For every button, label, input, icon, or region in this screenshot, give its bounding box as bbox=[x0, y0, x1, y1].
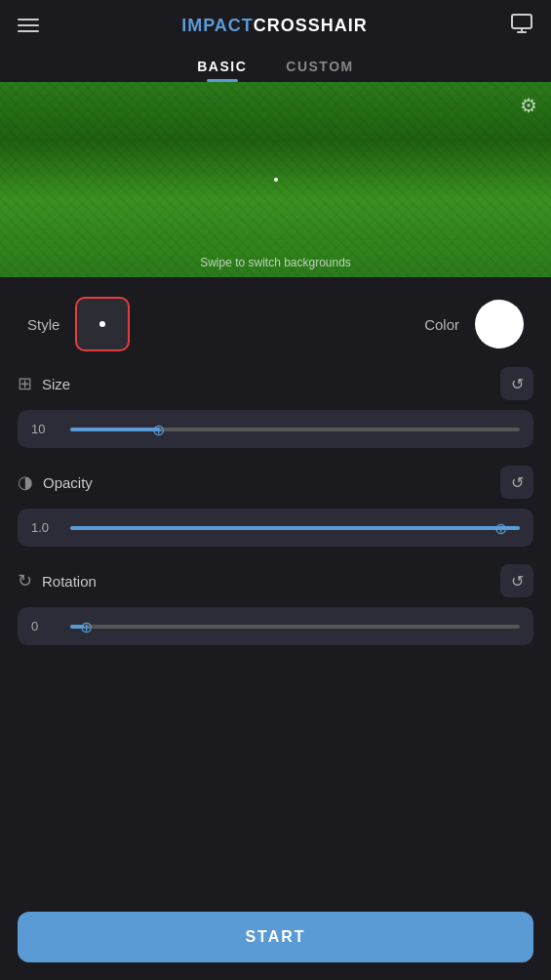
color-picker[interactable] bbox=[475, 300, 524, 348]
rotation-title-row: ↻ Rotation bbox=[18, 570, 97, 592]
rotation-reset-button[interactable]: ↺ bbox=[500, 564, 533, 597]
tab-custom[interactable]: CUSTOM bbox=[286, 59, 353, 82]
tab-bar: BASIC CUSTOM bbox=[0, 51, 551, 82]
size-slider-section: ⊞ Size ↺ 10 ⊕ bbox=[18, 367, 533, 448]
crosshair-preview: ⚙ Swipe to switch backgrounds bbox=[0, 82, 551, 277]
app-title: IMPACTCROSSHAIR bbox=[181, 16, 368, 36]
opacity-slider-wrapper: ⊕ bbox=[70, 526, 520, 530]
app-header: IMPACTCROSSHAIR bbox=[0, 0, 551, 51]
rotation-label: Rotation bbox=[42, 573, 97, 590]
rotation-slider-wrapper: ⊕ bbox=[70, 625, 520, 629]
rotation-slider-header: ↻ Rotation ↺ bbox=[18, 564, 533, 597]
style-section: Style bbox=[27, 297, 130, 351]
size-title-row: ⊞ Size bbox=[18, 373, 70, 394]
title-impact: IMPACT bbox=[181, 16, 254, 35]
title-crosshair: CROSSHAIR bbox=[254, 16, 368, 35]
size-value: 10 bbox=[31, 422, 59, 436]
opacity-slider-section: ◑ Opacity ↺ 1.0 ⊕ bbox=[18, 466, 533, 547]
style-label: Style bbox=[27, 316, 59, 333]
rotation-slider-track-container: 0 ⊕ bbox=[18, 607, 533, 645]
size-slider-header: ⊞ Size ↺ bbox=[18, 367, 533, 400]
opacity-title-row: ◑ Opacity bbox=[18, 471, 93, 493]
opacity-slider-header: ◑ Opacity ↺ bbox=[18, 466, 533, 499]
size-icon: ⊞ bbox=[18, 373, 32, 394]
opacity-label: Opacity bbox=[43, 474, 93, 491]
preview-gear-icon[interactable]: ⚙ bbox=[520, 94, 537, 117]
opacity-value: 1.0 bbox=[31, 520, 59, 535]
color-label: Color bbox=[424, 316, 459, 333]
feedback-button[interactable] bbox=[510, 12, 533, 39]
rotation-icon: ↻ bbox=[18, 570, 32, 592]
controls-panel: Style Color ⊞ Size ↺ 10 ⊕ bbox=[0, 277, 551, 645]
svg-rect-0 bbox=[512, 15, 531, 28]
start-button-container: START bbox=[0, 900, 551, 980]
opacity-reset-button[interactable]: ↺ bbox=[500, 466, 533, 499]
opacity-slider-track-container: 1.0 ⊕ bbox=[18, 509, 533, 547]
rotation-value: 0 bbox=[31, 619, 59, 633]
hamburger-line-3 bbox=[18, 30, 39, 32]
swipe-hint: Swipe to switch backgrounds bbox=[200, 256, 351, 269]
style-dot bbox=[99, 321, 105, 327]
hamburger-line-1 bbox=[18, 19, 39, 20]
size-reset-button[interactable]: ↺ bbox=[500, 367, 533, 400]
color-section: Color bbox=[424, 300, 524, 348]
start-button[interactable]: START bbox=[18, 912, 533, 962]
hamburger-button[interactable] bbox=[18, 19, 39, 32]
size-slider-wrapper: ⊕ bbox=[70, 428, 520, 431]
size-slider-track-container: 10 ⊕ bbox=[18, 410, 533, 448]
opacity-icon: ◑ bbox=[18, 471, 33, 493]
size-label: Size bbox=[42, 376, 70, 392]
tab-basic[interactable]: BASIC bbox=[197, 59, 247, 82]
style-color-row: Style Color bbox=[18, 277, 533, 367]
style-preview-box[interactable] bbox=[75, 297, 130, 351]
rotation-slider-section: ↻ Rotation ↺ 0 ⊕ bbox=[18, 564, 533, 645]
preview-crosshair-dot bbox=[274, 178, 278, 182]
hamburger-line-2 bbox=[18, 24, 39, 26]
